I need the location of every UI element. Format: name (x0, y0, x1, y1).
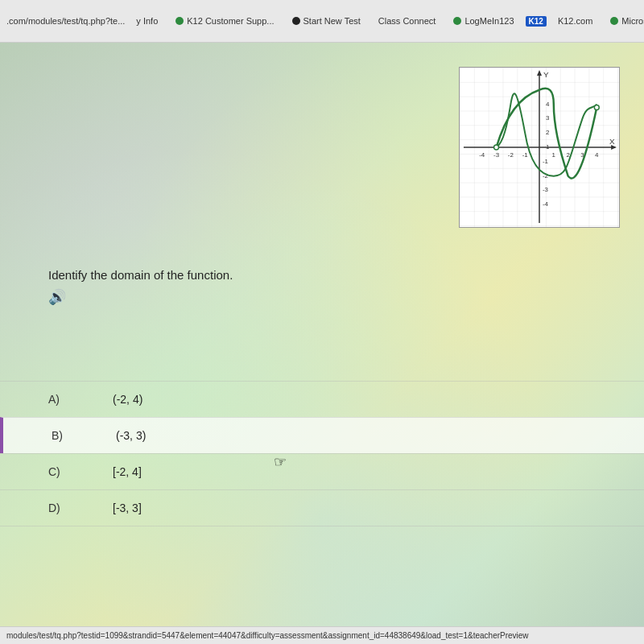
tab-k12com-label: K12.com (558, 16, 592, 26)
tab-microsoft[interactable]: Microsoft C (604, 13, 644, 29)
svg-text:X: X (609, 137, 615, 146)
svg-text:-3: -3 (543, 186, 549, 193)
answer-label-d: D) (48, 502, 64, 514)
tab-logmein[interactable]: LogMeIn123 (447, 13, 520, 29)
svg-text:2: 2 (566, 151, 569, 159)
dot-icon (175, 17, 184, 25)
main-content: Y X -4 -3 -2 -1 1 2 3 4 4 3 2 1 -1 -2 -3… (0, 43, 644, 644)
svg-point-25 (594, 105, 599, 110)
question-text: Identify the domain of the function. (48, 268, 644, 282)
tab-info[interactable]: y Info (130, 13, 164, 29)
answer-value-b: (-3, 3) (116, 429, 146, 442)
answer-row-a[interactable]: A) (-2, 4) (0, 381, 644, 417)
dot-icon (610, 17, 618, 25)
tab-microsoft-label: Microsoft C (621, 16, 644, 26)
tab-k12-support[interactable]: K12 Customer Supp... (169, 13, 280, 29)
graph-container: Y X -4 -3 -2 -1 1 2 3 4 4 3 2 1 -1 -2 -3… (459, 67, 620, 228)
svg-text:1: 1 (552, 151, 556, 159)
answers-area: A) (-2, 4) B) (-3, 3) C) [-2, 4] D) [-3,… (0, 381, 644, 526)
function-graph: Y X -4 -3 -2 -1 1 2 3 4 4 3 2 1 -1 -2 -3… (460, 68, 619, 227)
svg-text:Y: Y (543, 70, 549, 79)
svg-text:3: 3 (546, 114, 550, 122)
tab-k12com[interactable]: K12.com (551, 13, 599, 29)
url-bar: .com/modules/test/tq.php?te... (6, 16, 125, 26)
answer-row-b[interactable]: B) (-3, 3) (0, 417, 644, 453)
answer-value-d: [-3, 3] (113, 502, 142, 514)
question-area: Identify the domain of the function. 🔊 (48, 268, 644, 322)
answer-value-c: [-2, 4] (113, 465, 142, 478)
tab-class-connect-label: Class Connect (378, 16, 436, 26)
svg-text:2: 2 (546, 129, 549, 136)
dot-icon (292, 17, 300, 25)
answer-label-a: A) (48, 393, 64, 406)
answer-label-b: B) (52, 429, 68, 442)
answer-row-c[interactable]: C) [-2, 4] (0, 453, 644, 489)
svg-text:-4: -4 (479, 151, 485, 159)
svg-text:-3: -3 (493, 151, 500, 159)
svg-point-24 (494, 145, 499, 150)
audio-button[interactable]: 🔊 (48, 288, 644, 306)
answer-value-a: (-2, 4) (113, 393, 142, 406)
tab-class-connect[interactable]: Class Connect (372, 13, 443, 29)
svg-text:-1: -1 (543, 158, 549, 165)
bottom-url-bar: modules/test/tq.php?testid=1099&strandid… (0, 626, 644, 644)
tab-k12-support-label: K12 Customer Supp... (187, 16, 274, 26)
k12-badge[interactable]: K12 (526, 16, 547, 27)
svg-text:4: 4 (546, 101, 550, 108)
bottom-url-text: modules/test/tq.php?testid=1099&strandid… (6, 631, 529, 640)
svg-text:-1: -1 (522, 151, 529, 159)
answer-row-d[interactable]: D) [-3, 3] (0, 489, 644, 526)
tab-start-test-label: Start New Test (303, 16, 361, 26)
svg-text:-4: -4 (543, 200, 549, 208)
svg-text:4: 4 (595, 151, 599, 159)
tab-info-label: y Info (136, 16, 158, 26)
browser-toolbar: .com/modules/test/tq.php?te... y Info K1… (0, 0, 644, 43)
tab-logmein-label: LogMeIn123 (464, 16, 514, 26)
answer-label-c: C) (48, 465, 64, 478)
svg-text:-2: -2 (508, 151, 514, 159)
dot-icon (453, 17, 461, 25)
svg-text:1: 1 (546, 143, 550, 151)
tab-start-test[interactable]: Start New Test (286, 13, 367, 29)
